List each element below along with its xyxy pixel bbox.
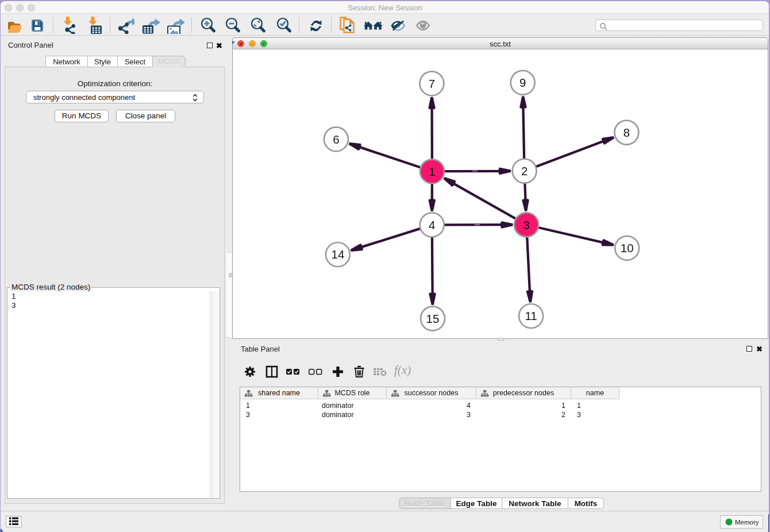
svg-text:4: 4 <box>428 218 434 231</box>
svg-text:6: 6 <box>333 132 339 145</box>
svg-text:10: 10 <box>620 241 633 255</box>
svg-text:7: 7 <box>428 76 434 90</box>
svg-text:3: 3 <box>523 218 529 231</box>
svg-text:11: 11 <box>525 309 537 322</box>
svg-text:9: 9 <box>519 76 525 89</box>
svg-text:15: 15 <box>426 311 439 325</box>
svg-text:14: 14 <box>331 248 344 261</box>
svg-text:8: 8 <box>623 125 629 138</box>
svg-text:1: 1 <box>429 164 435 178</box>
svg-text:2: 2 <box>521 164 527 177</box>
